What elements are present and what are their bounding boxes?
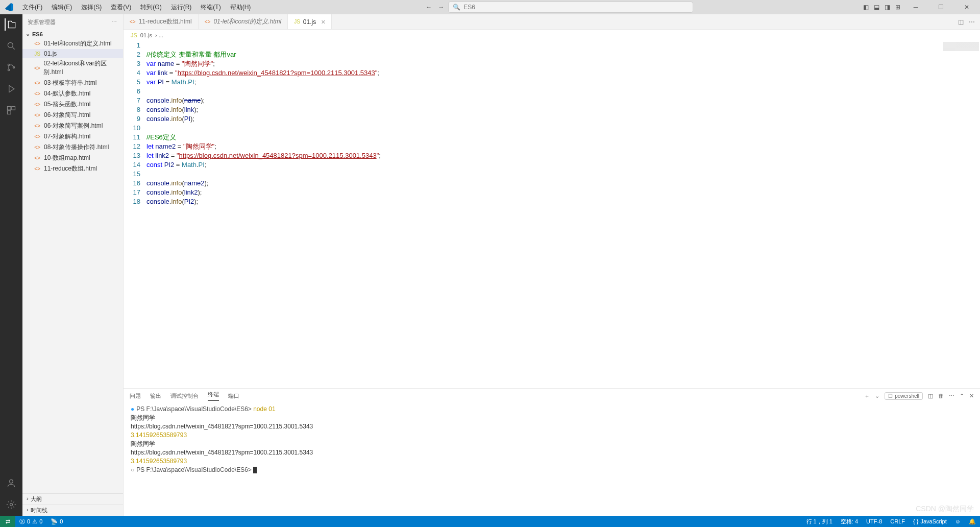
menu-item[interactable]: 帮助(H) — [226, 1, 255, 14]
problems-status[interactable]: ⓧ0 ⚠0 — [15, 518, 46, 525]
outline-section[interactable]: ›大纲 — [22, 493, 123, 505]
terminal[interactable]: ●PS F:\Java\space\VisualStudioCode\ES6> … — [124, 403, 980, 516]
extensions-icon[interactable] — [5, 104, 17, 116]
layout-left-icon[interactable]: ◧ — [863, 4, 869, 11]
tab-label: 01.js — [303, 18, 316, 26]
file-item[interactable]: JS01.js — [22, 49, 123, 58]
indent-status[interactable]: 空格: 4 — [837, 518, 862, 525]
tab-label: 11-reduce数组.html — [139, 17, 192, 26]
panel-tab[interactable]: 终端 — [208, 391, 219, 401]
panel-tab[interactable]: 端口 — [228, 392, 239, 400]
menu-item[interactable]: 转到(G) — [136, 1, 165, 14]
language-status[interactable]: { }JavaScript — [909, 518, 951, 525]
maximize-button[interactable]: ☐ — [931, 0, 951, 14]
nav-fwd-icon[interactable]: → — [438, 4, 444, 11]
explorer-icon[interactable] — [5, 18, 17, 31]
file-item[interactable]: <>06-对象简写案例.html — [22, 121, 123, 131]
search-icon: 🔍 — [453, 4, 460, 11]
ports-status[interactable]: 📡0 — [46, 518, 67, 525]
scm-icon[interactable] — [5, 61, 17, 74]
timeline-section[interactable]: ›时间线 — [22, 505, 123, 516]
eol-status[interactable]: CRLF — [886, 518, 909, 525]
gear-icon[interactable] — [5, 498, 17, 511]
svg-point-8 — [10, 504, 13, 506]
editor-tab[interactable]: <>11-reduce数组.html — [124, 14, 199, 29]
editor-tab[interactable]: JS01.js× — [288, 14, 332, 29]
file-item[interactable]: <>01-let和const的定义.html — [22, 38, 123, 49]
menu-item[interactable]: 文件(F) — [18, 1, 46, 14]
menu-item[interactable]: 查看(V) — [107, 1, 135, 14]
sidebar: 资源管理器⋯ ⌄ ES6 <>01-let和const的定义.htmlJS01.… — [22, 14, 124, 516]
file-tree: <>01-let和const的定义.htmlJS01.js<>02-let和co… — [22, 38, 123, 493]
editor-tab[interactable]: <>01-let和const的定义.html — [199, 14, 288, 29]
panel-tab[interactable]: 问题 — [130, 392, 141, 400]
more-icon[interactable]: ⋯ — [969, 18, 975, 26]
file-item[interactable]: <>02-let和const和var的区别.html — [22, 58, 123, 78]
panel-tab[interactable]: 调试控制台 — [170, 392, 199, 400]
nav-back-icon[interactable]: ← — [426, 4, 432, 11]
file-item[interactable]: <>10-数组map.html — [22, 153, 123, 163]
split-icon[interactable]: ◫ — [958, 18, 964, 26]
layout-bottom-icon[interactable]: ⬓ — [874, 4, 879, 11]
account-icon[interactable] — [5, 477, 17, 489]
html-icon: <> — [34, 102, 41, 107]
cursor-pos[interactable]: 行 1，列 1 — [802, 518, 837, 525]
file-item[interactable]: <>11-reduce数组.html — [22, 163, 123, 174]
vscode-logo-icon — [0, 3, 18, 11]
file-label: 05-箭头函数.html — [44, 100, 90, 109]
search-text: ES6 — [463, 4, 475, 11]
command-center[interactable]: 🔍 ES6 — [448, 2, 693, 13]
file-label: 06-对象简写案例.html — [44, 122, 103, 130]
svg-point-2 — [8, 69, 9, 70]
file-item[interactable]: <>07-对象解构.html — [22, 131, 123, 142]
watermark: CSDN @陶然同学 — [916, 505, 974, 514]
file-item[interactable]: <>03-模板字符串.html — [22, 78, 123, 88]
close-panel-icon[interactable]: ✕ — [969, 393, 974, 399]
debug-icon[interactable] — [5, 83, 17, 95]
file-label: 01-let和const的定义.html — [44, 39, 112, 48]
menu-item[interactable]: 运行(R) — [167, 1, 196, 14]
feedback-icon[interactable]: ☺ — [951, 518, 965, 525]
more-icon[interactable]: ⋯ — [949, 393, 954, 399]
folder-header[interactable]: ⌄ ES6 — [22, 30, 123, 38]
layout-right-icon[interactable]: ◨ — [885, 4, 890, 11]
menu-item[interactable]: 编辑(E) — [47, 1, 76, 14]
file-item[interactable]: <>08-对象传播操作符.html — [22, 142, 123, 153]
close-button[interactable]: ✕ — [957, 0, 977, 14]
maximize-panel-icon[interactable]: ⌃ — [960, 393, 964, 399]
html-icon: <> — [34, 166, 41, 172]
code-editor[interactable]: 123456789101112131415161718 //传统定义 变量和常量… — [124, 41, 980, 388]
split-terminal-icon[interactable]: ◫ — [928, 393, 933, 399]
html-icon: <> — [34, 123, 41, 129]
radio-icon: 📡 — [51, 518, 58, 525]
menu-item[interactable]: 选择(S) — [77, 1, 106, 14]
status-bar: ⇄ ⓧ0 ⚠0 📡0 行 1，列 1 空格: 4 UTF-8 CRLF { }J… — [0, 516, 980, 527]
breadcrumb[interactable]: JS 01.js › ... — [124, 30, 980, 41]
search-icon[interactable] — [5, 40, 17, 52]
chevron-down-icon[interactable]: ⌄ — [875, 393, 879, 399]
shell-selector[interactable]: ☐ powershell — [885, 392, 923, 400]
svg-rect-4 — [8, 107, 11, 110]
file-item[interactable]: <>05-箭头函数.html — [22, 99, 123, 110]
menu-bar: 文件(F)编辑(E)选择(S)查看(V)转到(G)运行(R)终端(T)帮助(H) — [18, 1, 255, 14]
bell-icon[interactable]: 🔔 — [965, 518, 980, 525]
js-icon: JS — [294, 19, 300, 25]
trash-icon[interactable]: 🗑 — [938, 393, 944, 399]
layout-grid-icon[interactable]: ⊞ — [895, 4, 900, 11]
warning-icon: ⚠ — [32, 518, 37, 525]
close-icon[interactable]: × — [321, 18, 325, 26]
file-item[interactable]: <>04-默认参数.html — [22, 88, 123, 99]
minimap[interactable] — [943, 42, 979, 73]
panel-tab[interactable]: 输出 — [150, 392, 161, 400]
file-item[interactable]: <>06-对象简写.html — [22, 110, 123, 121]
file-label: 08-对象传播操作符.html — [44, 143, 109, 152]
svg-point-7 — [10, 480, 13, 483]
minimize-button[interactable]: ─ — [905, 0, 926, 14]
more-icon[interactable]: ⋯ — [111, 19, 118, 26]
menu-item[interactable]: 终端(T) — [197, 1, 225, 14]
remote-icon[interactable]: ⇄ — [0, 516, 15, 527]
encoding-status[interactable]: UTF-8 — [862, 518, 886, 525]
html-icon: <> — [34, 112, 41, 118]
new-terminal-icon[interactable]: ＋ — [864, 392, 870, 400]
file-label: 06-对象简写.html — [44, 111, 90, 119]
